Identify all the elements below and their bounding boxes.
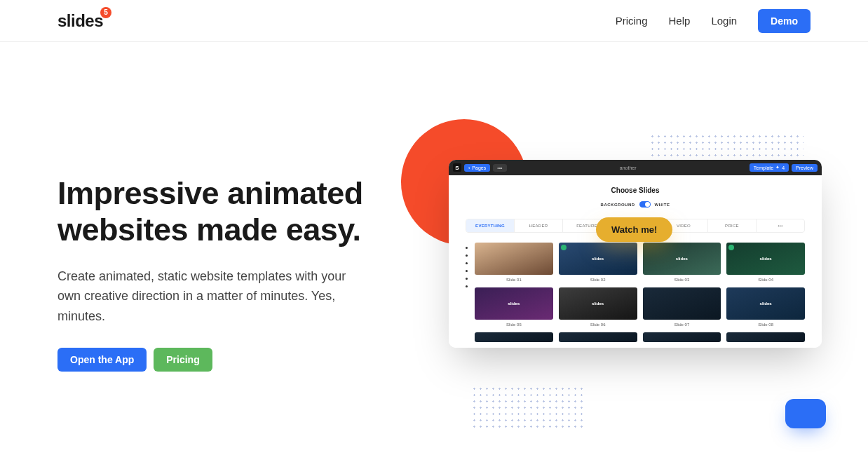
slide-item[interactable] [643, 332, 721, 342]
slide-thumbnail: slides [559, 287, 637, 320]
slide-item[interactable]: slidesSlide 06 [559, 287, 637, 327]
slide-thumbnail [726, 332, 805, 342]
hero-illustration: Watch me! S ‹ Pages ••• another Template… [387, 105, 811, 442]
slide-item[interactable]: slidesSlide 04 [726, 243, 805, 282]
project-name: another [507, 165, 750, 170]
check-icon [728, 245, 734, 250]
app-logo-icon: S [453, 163, 461, 172]
hero-subtitle: Create animated, static website template… [57, 266, 352, 327]
hero-ctas: Open the App Pricing [57, 348, 366, 372]
open-app-button[interactable]: Open the App [57, 348, 147, 372]
category-tab[interactable]: EVERYTHING [466, 219, 515, 232]
nav-demo-button[interactable]: Demo [758, 9, 811, 33]
slide-thumbnail [559, 332, 637, 342]
category-tab[interactable]: ••• [757, 219, 804, 232]
app-titlebar: S ‹ Pages ••• another Template ✦ 4 Previ… [449, 160, 822, 175]
nav-links: Pricing Help Login Demo [616, 9, 811, 33]
pages-label: Pages [472, 165, 486, 170]
slide-thumbnail [475, 332, 553, 342]
pricing-button[interactable]: Pricing [154, 348, 212, 372]
template-button[interactable]: Template ✦ 4 [750, 163, 789, 172]
slide-item[interactable]: slidesSlide 05 [475, 287, 553, 327]
slide-label: Slide 02 [590, 278, 606, 282]
slide-label: Slide 04 [758, 278, 773, 282]
slide-label: Slide 08 [758, 322, 773, 327]
category-tab[interactable]: HEADER [515, 219, 563, 232]
hero-title: Impressive animated websites made easy. [57, 175, 366, 248]
watch-me-button[interactable]: Watch me! [596, 217, 672, 242]
slide-label: Slide 07 [674, 322, 690, 327]
choose-slides-heading: Choose Slides [466, 186, 805, 194]
slide-item[interactable]: slidesSlide 08 [726, 287, 805, 327]
magic-icon: ✦ [775, 165, 780, 170]
slide-label: Slide 05 [506, 322, 522, 327]
slide-thumbnail: slides [726, 287, 805, 320]
slide-thumbnail [475, 243, 553, 275]
template-count: 4 [782, 165, 785, 170]
hero-left: Impressive animated websites made easy. … [57, 175, 366, 372]
background-toggle-row: BACKGROUND WHITE [466, 201, 805, 208]
logo-text: slides [57, 11, 103, 31]
top-nav: slides 5 Pricing Help Login Demo [0, 0, 868, 42]
template-label: Template [754, 165, 773, 170]
slide-thumbnail: slides [643, 243, 721, 275]
background-toggle[interactable] [639, 201, 651, 208]
toggle-right-label: WHITE [655, 203, 670, 207]
category-tab[interactable]: PRICE [708, 219, 757, 232]
decor-dots-bottom [471, 386, 583, 428]
slide-label: Slide 06 [590, 322, 606, 327]
slide-item[interactable]: Slide 07 [643, 287, 721, 327]
slide-item[interactable]: Slide 01 [475, 243, 553, 282]
preview-button[interactable]: Preview [792, 164, 818, 172]
pages-back-button[interactable]: ‹ Pages [464, 164, 490, 172]
slide-label: Slide 03 [674, 278, 690, 282]
slide-item[interactable] [559, 332, 637, 342]
chat-fab[interactable] [785, 399, 826, 428]
app-body: Choose Slides BACKGROUND WHITE EVERYTHIN… [449, 175, 822, 348]
hero: Impressive animated websites made easy. … [0, 42, 868, 442]
check-icon [561, 245, 567, 250]
slide-item[interactable] [475, 332, 553, 342]
slide-thumbnail: slides [475, 287, 553, 320]
toggle-left-label: BACKGROUND [601, 203, 635, 207]
nav-login[interactable]: Login [711, 15, 737, 27]
logo[interactable]: slides 5 [57, 11, 103, 31]
nav-pricing[interactable]: Pricing [616, 15, 648, 27]
chevron-left-icon: ‹ [468, 165, 470, 170]
more-button[interactable]: ••• [493, 164, 506, 172]
slide-item[interactable]: slidesSlide 02 [559, 243, 637, 282]
slide-label: Slide 01 [506, 278, 522, 282]
nav-help[interactable]: Help [669, 15, 691, 27]
slide-thumbnail [643, 332, 721, 342]
slide-thumbnail: slides [726, 243, 805, 275]
slide-thumbnail: slides [559, 243, 637, 275]
page-nav-dots [466, 243, 468, 342]
slide-item[interactable]: slidesSlide 03 [643, 243, 721, 282]
logo-badge: 5 [100, 7, 111, 18]
slides-grid: Slide 01slidesSlide 02slidesSlide 03slid… [475, 243, 805, 342]
slide-thumbnail [643, 287, 721, 320]
slide-item[interactable] [726, 332, 805, 342]
app-window: S ‹ Pages ••• another Template ✦ 4 Previ… [449, 160, 822, 348]
